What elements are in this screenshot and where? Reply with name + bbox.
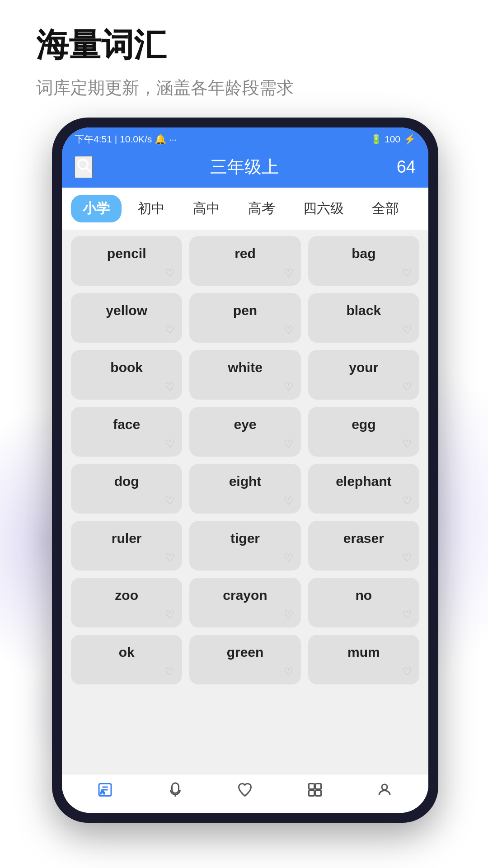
word-card[interactable]: crayon♡ — [189, 578, 300, 627]
favorite-icon[interactable]: ♡ — [402, 324, 412, 336]
app-title: 三年级上 — [210, 156, 279, 179]
word-text: green — [227, 645, 264, 660]
favorite-icon[interactable]: ♡ — [402, 381, 412, 393]
word-card[interactable]: green♡ — [189, 635, 300, 684]
word-card[interactable]: white♡ — [189, 350, 300, 400]
tab-primary[interactable]: 小学 — [71, 195, 122, 222]
word-card[interactable]: ruler♡ — [71, 521, 182, 571]
tab-all[interactable]: 全部 — [360, 195, 411, 222]
word-card[interactable]: book♡ — [71, 350, 182, 400]
word-card[interactable]: zoo♡ — [71, 578, 182, 627]
page-header: 海量词汇 词库定期更新，涵盖各年龄段需求 — [36, 27, 294, 99]
nav-vocabulary[interactable]: A — [98, 782, 114, 802]
favorite-icon[interactable]: ♡ — [165, 609, 175, 621]
svg-line-1 — [87, 168, 90, 172]
favorite-icon[interactable]: ♡ — [402, 438, 412, 450]
tab-middle[interactable]: 初中 — [126, 195, 177, 222]
charging-icon: ⚡ — [404, 134, 416, 145]
word-text: egg — [352, 417, 375, 432]
nav-favorites[interactable] — [237, 782, 253, 802]
favorite-icon[interactable]: ♡ — [165, 495, 175, 507]
word-text: red — [235, 246, 256, 261]
word-text: book — [110, 360, 143, 375]
nav-expand[interactable] — [307, 782, 323, 802]
vocabulary-icon: A — [98, 782, 114, 802]
tab-high[interactable]: 高中 — [181, 195, 232, 222]
page-title: 海量词汇 — [36, 27, 294, 63]
word-grid-container: pencil♡red♡bag♡yellow♡pen♡black♡book♡whi… — [62, 230, 428, 774]
favorite-icon[interactable]: ♡ — [165, 665, 175, 678]
phone-screen: 下午4:51 | 10.0K/s 🔔 ··· 🔋 100 ⚡ 三年级上 64 小… — [62, 127, 428, 813]
word-card[interactable]: face♡ — [71, 407, 182, 457]
word-card[interactable]: dog♡ — [71, 464, 182, 514]
word-text: white — [228, 360, 263, 375]
status-time: 下午4:51 | 10.0K/s 🔔 ··· — [75, 133, 177, 146]
word-card[interactable]: no♡ — [308, 578, 419, 627]
profile-icon — [376, 782, 393, 802]
word-card[interactable]: egg♡ — [308, 407, 419, 457]
expand-icon — [307, 782, 323, 802]
heart-nav-icon — [237, 782, 253, 802]
favorite-icon[interactable]: ♡ — [284, 381, 294, 393]
category-tabs: 小学 初中 高中 高考 四六级 全部 — [62, 188, 428, 230]
word-text: eraser — [343, 531, 384, 546]
favorite-icon[interactable]: ♡ — [284, 552, 294, 564]
word-text: eye — [234, 417, 256, 432]
word-card[interactable]: pencil♡ — [71, 236, 182, 286]
word-text: tiger — [230, 531, 260, 546]
word-grid: pencil♡red♡bag♡yellow♡pen♡black♡book♡whi… — [71, 236, 419, 684]
word-card[interactable]: pen♡ — [189, 293, 300, 343]
word-card[interactable]: black♡ — [308, 293, 419, 343]
favorite-icon[interactable]: ♡ — [402, 609, 412, 621]
svg-rect-9 — [315, 784, 321, 789]
search-button[interactable] — [75, 156, 93, 178]
phone-mockup: 下午4:51 | 10.0K/s 🔔 ··· 🔋 100 ⚡ 三年级上 64 小… — [52, 118, 438, 823]
word-text: black — [346, 303, 381, 318]
favorite-icon[interactable]: ♡ — [165, 324, 175, 336]
word-card[interactable]: red♡ — [189, 236, 300, 286]
word-card[interactable]: eraser♡ — [308, 521, 419, 571]
word-text: crayon — [223, 588, 267, 603]
tab-gaokao[interactable]: 高考 — [236, 195, 287, 222]
word-text: pen — [233, 303, 257, 318]
word-count: 64 — [397, 157, 416, 177]
favorite-icon[interactable]: ♡ — [284, 324, 294, 336]
bottom-nav: A — [62, 774, 428, 813]
word-text: elephant — [336, 474, 391, 489]
favorite-icon[interactable]: ♡ — [402, 267, 412, 279]
word-card[interactable]: ok♡ — [71, 635, 182, 684]
favorite-icon[interactable]: ♡ — [402, 552, 412, 564]
favorite-icon[interactable]: ♡ — [284, 495, 294, 507]
word-text: eight — [229, 474, 262, 489]
tab-cet[interactable]: 四六级 — [291, 195, 356, 222]
favorite-icon[interactable]: ♡ — [165, 438, 175, 450]
favorite-icon[interactable]: ♡ — [284, 665, 294, 678]
favorite-icon[interactable]: ♡ — [165, 552, 175, 564]
favorite-icon[interactable]: ♡ — [284, 609, 294, 621]
word-text: pencil — [107, 246, 146, 261]
word-text: bag — [352, 246, 375, 261]
word-card[interactable]: bag♡ — [308, 236, 419, 286]
app-header: 三年级上 64 — [62, 149, 428, 188]
favorite-icon[interactable]: ♡ — [402, 665, 412, 678]
nav-listening[interactable] — [167, 782, 183, 802]
word-card[interactable]: mum♡ — [308, 635, 419, 684]
word-card[interactable]: yellow♡ — [71, 293, 182, 343]
word-card[interactable]: eye♡ — [189, 407, 300, 457]
status-bar: 下午4:51 | 10.0K/s 🔔 ··· 🔋 100 ⚡ — [62, 127, 428, 149]
word-text: ruler — [112, 531, 142, 546]
svg-rect-11 — [315, 791, 321, 796]
word-text: dog — [114, 474, 139, 489]
svg-rect-8 — [309, 784, 314, 789]
nav-profile[interactable] — [376, 782, 393, 802]
word-card[interactable]: eight♡ — [189, 464, 300, 514]
favorite-icon[interactable]: ♡ — [284, 438, 294, 450]
favorite-icon[interactable]: ♡ — [284, 267, 294, 279]
favorite-icon[interactable]: ♡ — [402, 495, 412, 507]
word-card[interactable]: tiger♡ — [189, 521, 300, 571]
favorite-icon[interactable]: ♡ — [165, 267, 175, 279]
word-card[interactable]: elephant♡ — [308, 464, 419, 514]
word-card[interactable]: your♡ — [308, 350, 419, 400]
svg-text:A: A — [100, 788, 104, 795]
favorite-icon[interactable]: ♡ — [165, 381, 175, 393]
